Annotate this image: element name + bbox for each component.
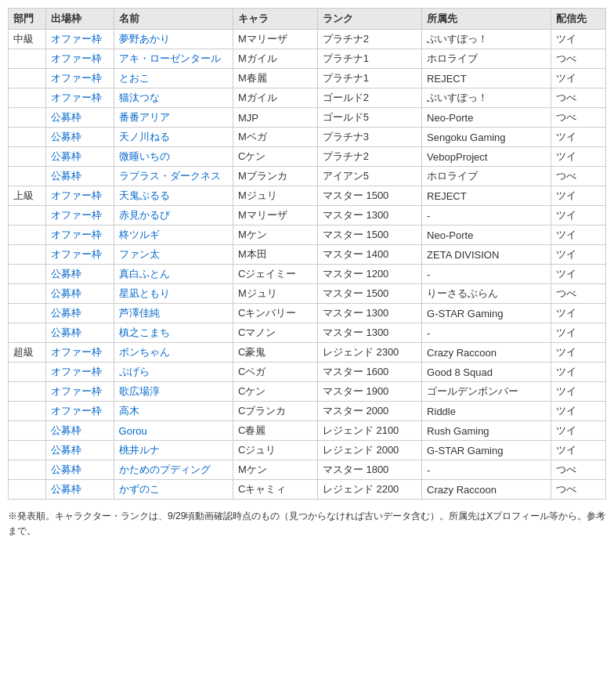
name-link[interactable]: 柊ツルギ [119,229,160,240]
slot-link[interactable]: オファー枠 [51,33,102,45]
cell-chara: Cベガ [233,363,317,382]
cell-chara: C豪鬼 [233,343,317,363]
cell-chara: MJP [233,108,317,128]
cell-division [9,323,46,343]
name-link[interactable]: 星凪ともり [119,287,170,299]
slot-link[interactable]: オファー枠 [51,209,102,221]
cell-org: Crazy Raccoon [422,480,551,500]
cell-stream: ツイ [551,147,606,167]
cell-chara: Cケン [233,147,317,167]
slot-link[interactable]: オファー枠 [51,248,102,260]
cell-rank: マスター 1500 [317,226,421,245]
cell-org: Neo-Porte [422,226,551,245]
name-link[interactable]: 真白ふとん [119,268,170,280]
table-row: 公募枠かためのプディングMケンマスター 1800-つべ [9,460,606,480]
cell-rank: マスター 1600 [317,363,421,382]
name-link[interactable]: アキ・ローゼンタール [119,52,221,64]
cell-division [9,382,46,402]
cell-org: ゴールデンボンバー [422,382,551,402]
cell-division [9,108,46,128]
table-row: 公募枠GorouC春麗レジェンド 2100Rush Gamingツイ [9,421,606,441]
column-header-所属先: 所属先 [422,9,551,30]
table-row: 公募枠かずのこCキャミィレジェンド 2200Crazy Raccoonつべ [9,480,606,500]
cell-division [9,363,46,382]
cell-name: 天鬼ぷるる [114,186,233,206]
slot-link[interactable]: 公募枠 [51,307,81,319]
name-link[interactable]: 歌広場淳 [119,385,160,397]
name-link[interactable]: かためのプディング [119,464,211,475]
name-link[interactable]: ラプラス・ダークネス [119,170,221,182]
cell-stream: ツイ [551,30,606,49]
name-link[interactable]: ぷげら [119,366,150,377]
name-link[interactable]: 高木 [119,405,139,417]
name-link[interactable]: 赤見かるび [119,209,170,221]
name-link[interactable]: ボンちゃん [119,346,170,358]
slot-link[interactable]: 公募枠 [51,464,81,475]
cell-name: 天ノ川ねる [114,128,233,147]
cell-stream: ツイ [551,363,606,382]
name-link[interactable]: 槙之こまち [119,327,170,338]
slot-link[interactable]: 公募枠 [51,287,81,299]
slot-link[interactable]: オファー枠 [51,366,102,377]
cell-name: ラプラス・ダークネス [114,167,233,186]
name-link[interactable]: 猫汰つな [119,92,160,103]
slot-link[interactable]: 公募枠 [51,327,81,338]
name-link[interactable]: 番番アリア [119,111,170,123]
cell-org: - [422,206,551,226]
name-link[interactable]: Gorou [119,425,147,437]
cell-org: - [422,265,551,284]
slot-link[interactable]: 公募枠 [51,170,81,182]
slot-link[interactable]: オファー枠 [51,72,102,84]
slot-link[interactable]: 公募枠 [51,150,81,162]
cell-name: 番番アリア [114,108,233,128]
slot-link[interactable]: オファー枠 [51,52,102,64]
name-link[interactable]: 桃井ルナ [119,444,160,456]
name-link[interactable]: 芦澤佳純 [119,307,160,319]
cell-rank: プラチナ1 [317,69,421,88]
slot-link[interactable]: 公募枠 [51,424,81,436]
slot-link[interactable]: オファー枠 [51,189,102,201]
slot-link[interactable]: オファー枠 [51,92,102,103]
slot-link[interactable]: 公募枠 [51,131,81,143]
slot-link[interactable]: 公募枠 [51,444,81,456]
cell-stream: ツイ [551,343,606,363]
slot-link[interactable]: 公募枠 [51,268,81,280]
cell-division [9,128,46,147]
table-row: 公募枠ラプラス・ダークネスMブランカアイアン5ホロライブつべ [9,167,606,186]
cell-name: ファン太 [114,245,233,265]
cell-rank: プラチナ2 [317,147,421,167]
cell-division: 超級 [9,343,46,363]
cell-stream: つべ [551,49,606,69]
cell-name: かためのプディング [114,460,233,480]
column-header-名前: 名前 [114,9,233,30]
cell-name: とおこ [114,69,233,88]
slot-link[interactable]: オファー枠 [51,405,102,417]
cell-chara: Mジュリ [233,186,317,206]
table-row: オファー枠ぷげらCベガマスター 1600Good 8 Squadツイ [9,363,606,382]
cell-chara: Cキャミィ [233,480,317,500]
column-header-出場枠: 出場枠 [46,9,114,30]
name-link[interactable]: 夢野あかり [119,33,170,45]
name-link[interactable]: ファン太 [119,248,160,260]
cell-slot: オファー枠 [46,88,114,108]
cell-rank: マスター 1900 [317,382,421,402]
cell-org: りーさるぶらん [422,284,551,304]
name-link[interactable]: かずのこ [119,483,160,495]
name-link[interactable]: 天鬼ぷるる [119,189,170,201]
cell-org: Sengoku Gaming [422,128,551,147]
slot-link[interactable]: オファー枠 [51,346,102,358]
slot-link[interactable]: オファー枠 [51,385,102,397]
name-link[interactable]: 天ノ川ねる [119,131,170,143]
name-link[interactable]: 微睡いちの [119,150,170,162]
slot-link[interactable]: オファー枠 [51,229,102,240]
cell-chara: Mマリーザ [233,206,317,226]
cell-name: 赤見かるび [114,206,233,226]
cell-rank: マスター 1300 [317,304,421,323]
cell-slot: オファー枠 [46,382,114,402]
name-link[interactable]: とおこ [119,72,150,84]
slot-link[interactable]: 公募枠 [51,483,81,495]
cell-stream: ツイ [551,441,606,460]
cell-rank: レジェンド 2300 [317,343,421,363]
cell-name: 微睡いちの [114,147,233,167]
slot-link[interactable]: 公募枠 [51,111,81,123]
